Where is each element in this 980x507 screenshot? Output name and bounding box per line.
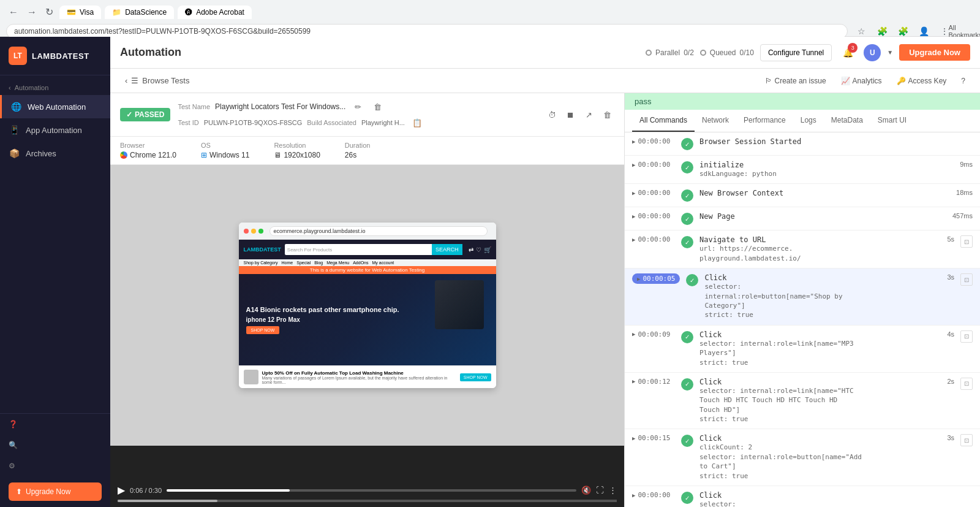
sidebar-item-archives[interactable]: 📦 Archives xyxy=(0,142,110,165)
cmd-content: Click selector: internal:role=link[name=… xyxy=(699,330,924,367)
access-key-button[interactable]: 🔑 Access Key xyxy=(892,74,952,88)
cmd-screenshot-icon[interactable]: ⊡ xyxy=(960,273,973,286)
sidebar-footer-settings[interactable]: ⚙ xyxy=(0,456,110,476)
cmd-content: Click selector: internal:role=link[name=… xyxy=(699,378,924,424)
check-icon: ✓ xyxy=(685,381,690,387)
notifications-button[interactable]: 🔔 3 xyxy=(838,43,858,63)
cmd-time-active[interactable]: ▶ 00:00:05 xyxy=(632,273,680,284)
tab-logs[interactable]: Logs xyxy=(793,110,824,132)
logo-text: LAMBDATEST xyxy=(32,51,89,61)
tab-performance[interactable]: Performance xyxy=(736,110,793,132)
analytics-button[interactable]: 📈 Analytics xyxy=(836,74,887,88)
sidebar-item-web-automation[interactable]: 🌐 Web Automation xyxy=(0,95,110,118)
cmd-play-icon: ▶ xyxy=(632,237,635,243)
configure-tunnel-button[interactable]: Configure Tunnel xyxy=(760,44,832,61)
dropdown-chevron[interactable]: ▼ xyxy=(887,49,893,56)
sidebar-item-app-automation[interactable]: 📱 App Automation xyxy=(0,118,110,142)
refresh-button[interactable]: ↻ xyxy=(43,4,56,20)
media-area: ecommerce.playground.lambdatest.io LAMBD… xyxy=(110,165,624,507)
more-options-icon[interactable]: ⋮ xyxy=(609,486,617,495)
cmd-status-icon: ✓ xyxy=(681,492,693,504)
delete-icon[interactable]: 🗑 xyxy=(370,99,385,114)
queued-indicator: Queued 0/10 xyxy=(700,48,754,57)
cmd-time-value: 00:00:00 xyxy=(638,235,670,243)
timer-icon[interactable]: ⏱ xyxy=(545,107,559,122)
cmd-time[interactable]: ▶ 00:00:00 xyxy=(632,189,675,197)
cmd-status-icon: ✓ xyxy=(681,138,693,150)
cmd-detail: selector:internal:role=button[name="Shop… xyxy=(704,282,924,320)
edit-icon[interactable]: ✏ xyxy=(350,99,365,114)
test-id-value: PULWN-P1OTB-9QXOS-F8SCG xyxy=(204,119,303,126)
sidebar-section-header[interactable]: ‹ Automation xyxy=(0,75,110,95)
top-bar: Automation Parallel 0/2 Queued 0/10 Conf… xyxy=(110,37,980,69)
cmd-time[interactable]: ▶ 00:00:00 xyxy=(632,235,675,243)
cmd-content: Click selector:internal:role=button[name… xyxy=(704,273,924,320)
resolution-value: 🖥 1920x1080 xyxy=(274,151,320,159)
cmd-screenshot-icon[interactable]: ⊡ xyxy=(960,434,973,446)
key-icon: 🔑 xyxy=(897,77,906,85)
video-seekbar[interactable] xyxy=(118,500,617,502)
volume-icon[interactable]: 🔇 xyxy=(581,486,591,495)
cmd-time[interactable]: ▶ 00:00:12 xyxy=(632,378,675,386)
sidebar-footer: ❓ 🔍 ⚙ ⬆ Upgrade Now xyxy=(0,413,110,507)
status-text: PASSED xyxy=(135,110,164,119)
upgrade-now-footer-button[interactable]: ⬆ Upgrade Now xyxy=(9,482,102,501)
tab-smart-ui[interactable]: Smart UI xyxy=(870,110,914,132)
nav-item-label: App Automation xyxy=(26,126,82,135)
browser-tab-datascience[interactable]: 📁 DataScience xyxy=(105,6,174,19)
analytics-icon: 📈 xyxy=(841,77,850,85)
help-icon: ❓ xyxy=(9,420,18,429)
forward-button[interactable]: → xyxy=(24,4,39,20)
cmd-time[interactable]: ▶ 00:00:15 xyxy=(632,434,675,442)
cmd-name: Navigate to URL xyxy=(699,235,924,244)
cmd-name: Click xyxy=(699,330,924,339)
mock-hero: A14 Bionic rockets past other smartphone… xyxy=(239,274,496,365)
cmd-screenshot-icon[interactable]: ⊡ xyxy=(960,330,973,343)
sidebar-footer-search[interactable]: 🔍 xyxy=(0,435,110,456)
create-issue-button[interactable]: 🏳 Create an issue xyxy=(760,74,831,88)
video-progress-bar[interactable] xyxy=(167,489,576,492)
cmd-name: Browser Session Started xyxy=(699,137,973,146)
duration-value: 26s xyxy=(345,151,371,159)
top-bar-left: Automation xyxy=(120,46,181,59)
cmd-screenshot-icon[interactable]: ⊡ xyxy=(960,378,973,390)
trash-icon[interactable]: 🗑 xyxy=(600,107,614,122)
upgrade-now-top-button[interactable]: Upgrade Now xyxy=(899,44,970,61)
hero-subtitle: iphone 12 Pro Max xyxy=(246,316,399,323)
tab-label: Adobe Acrobat xyxy=(196,8,244,17)
browser-tab-adobe[interactable]: 🅐 Adobe Acrobat xyxy=(178,6,252,19)
share-icon[interactable]: ↗ xyxy=(581,107,596,122)
cmd-screenshot-icon[interactable]: ⊡ xyxy=(960,235,973,248)
page-title: Automation xyxy=(120,46,181,59)
user-avatar[interactable]: U xyxy=(864,44,881,61)
left-panel: ✓ PASSED Test Name Playwright Locators T… xyxy=(110,93,625,507)
cmd-time[interactable]: ▶ 00:00:09 xyxy=(632,330,675,338)
cmd-name: initialize xyxy=(699,161,942,169)
tab-metadata[interactable]: MetaData xyxy=(824,110,870,132)
back-button[interactable]: ← xyxy=(6,4,21,20)
cmd-content: New Page xyxy=(699,212,942,221)
browse-tests-button[interactable]: ‹ ☰ Browse Tests xyxy=(120,74,194,88)
play-button[interactable]: ▶ xyxy=(118,484,125,496)
command-item: ▶ 00:00:00 ✓ Browser Session Started xyxy=(625,132,980,156)
command-item: ▶ 00:00:00 ✓ New Page 457ms xyxy=(625,207,980,231)
copy-icon[interactable]: 📋 xyxy=(410,115,424,130)
mock-promo-banner: This is a dummy website for Web Automati… xyxy=(239,266,496,274)
browser-tab-visa[interactable]: 💳 Visa xyxy=(59,6,101,19)
cmd-time[interactable]: ▶ 00:00:00 xyxy=(632,137,675,145)
sidebar-logo: LT LAMBDATEST xyxy=(0,37,110,75)
help-button[interactable]: ? xyxy=(956,74,970,88)
video-seekbar-fill xyxy=(118,500,217,502)
tab-network[interactable]: Network xyxy=(695,110,736,132)
cmd-play-icon: ▶ xyxy=(632,331,635,337)
stop-icon[interactable]: ⏹ xyxy=(563,107,578,122)
cmd-time[interactable]: ▶ 00:00:00 xyxy=(632,212,675,220)
fullscreen-icon[interactable]: ⛶ xyxy=(596,486,604,495)
cmd-time[interactable]: ▶ 00:00:00 xyxy=(632,491,675,499)
duration-label: Duration xyxy=(345,142,371,149)
cmd-time[interactable]: ▶ 00:00:00 xyxy=(632,161,675,169)
cmd-time-value: 00:00:00 xyxy=(638,161,670,169)
tab-all-commands[interactable]: All Commands xyxy=(632,110,695,132)
main-content: Automation Parallel 0/2 Queued 0/10 Conf… xyxy=(110,37,980,507)
sidebar-footer-help[interactable]: ❓ xyxy=(0,414,110,435)
